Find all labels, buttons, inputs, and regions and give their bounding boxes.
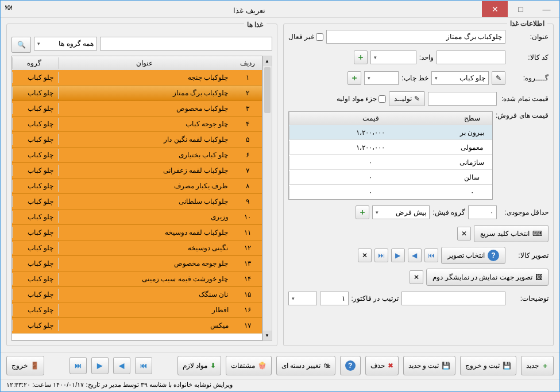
food-row[interactable]: ١٢نگینی دوسیخهچلو کباب xyxy=(12,240,262,256)
price-row[interactable]: سالن٠ xyxy=(289,169,492,184)
exit-button[interactable]: 🚪خروج xyxy=(6,356,44,375)
close-icon: ✕ xyxy=(414,273,419,281)
edit-group-button[interactable]: ✎ xyxy=(492,71,505,85)
nav-next-button[interactable]: ▶ xyxy=(91,357,109,374)
food-row[interactable]: ٩چلوکباب سلطانیچلو کباب xyxy=(12,194,262,209)
search-icon: 🔍 xyxy=(17,41,26,49)
item-code-input[interactable] xyxy=(437,51,505,64)
price-row[interactable]: ٠٠ xyxy=(289,184,492,199)
clear-quick-key-button[interactable]: ✕ xyxy=(457,227,471,240)
food-row[interactable]: ١٣چلو جوجه مخصوصچلو کباب xyxy=(12,256,262,271)
group-dropdown[interactable]: چلو کباب ▾ xyxy=(431,71,489,85)
nav-last-button[interactable]: ⏭ xyxy=(69,357,87,374)
food-header-name: عنوان xyxy=(58,57,233,69)
food-row[interactable]: ٨ظرف یکبار مصرفچلو کباب xyxy=(12,178,262,194)
item-image-label: تصویر کالا: xyxy=(508,251,549,259)
min-stock-input[interactable] xyxy=(468,205,497,219)
download-icon: ⬇ xyxy=(210,362,216,370)
food-row[interactable]: ٣چلوکباب مخصوصچلو کباب xyxy=(12,101,262,117)
food-row[interactable]: ۴چلو جوجه کبابچلو کباب xyxy=(12,117,262,132)
description-input[interactable] xyxy=(401,292,505,305)
food-row[interactable]: ١٠وزیریچلو کباب xyxy=(12,209,262,225)
save-new-button[interactable]: 💾ثبت و جدید xyxy=(403,356,456,375)
finished-price-label: قیمت تمام شده: xyxy=(500,95,549,103)
nav-first-button[interactable]: ⏮ xyxy=(424,249,438,262)
delete-button[interactable]: ✖حذف xyxy=(365,356,399,375)
plus-icon: ＋ xyxy=(542,361,549,371)
maximize-button[interactable]: □ xyxy=(508,1,534,17)
price-row[interactable]: سازمانی٠ xyxy=(289,154,492,169)
invoice-order-input[interactable] xyxy=(320,292,349,305)
group-value: چلو کباب xyxy=(459,74,485,82)
nav-prev-button[interactable]: ◀ xyxy=(113,357,130,374)
nav-next-button[interactable]: ▶ xyxy=(391,249,405,262)
add-unit-button[interactable]: ＋ xyxy=(354,51,368,64)
food-row[interactable]: ٧چلوکباب لقمه زعفرانیچلو کباب xyxy=(12,163,262,178)
next-icon: ▶ xyxy=(395,251,400,259)
close-button[interactable]: ✕ xyxy=(482,1,508,17)
fish-group-dropdown[interactable]: پیش فرض ▾ xyxy=(372,205,430,219)
produce-button[interactable]: ✎ تولیــد xyxy=(389,91,425,106)
save-exit-button[interactable]: 💾ثبت و خروج xyxy=(460,356,516,375)
nav-first-button[interactable]: ⏮ xyxy=(135,357,152,374)
food-row[interactable]: ۵چلوکباب لقمه نگین دارچلو کباب xyxy=(12,132,262,148)
batch-change-button[interactable]: 🛍تغییر دسته ای xyxy=(276,356,335,375)
food-row[interactable]: ١٧میکسچلو کباب xyxy=(12,318,262,333)
food-table: ردیف عنوان گروه ١چلوکباب چنجهچلو کباب٢چل… xyxy=(11,56,262,341)
item-code-label: کد کالا: xyxy=(508,53,549,61)
group-filter-dropdown[interactable]: همه گروه ها ▾ xyxy=(34,37,97,51)
select-image-button[interactable]: ? انتخاب تصویر xyxy=(441,247,505,264)
materials-button[interactable]: ⬇مواد لازم xyxy=(177,356,221,375)
bottom-toolbar: ＋جدید 💾ثبت و خروج 💾ثبت و جدید ✖حذف ? 🛍تغ… xyxy=(1,352,559,379)
help-button[interactable]: ? xyxy=(340,356,361,375)
new-button[interactable]: ＋جدید xyxy=(521,356,554,375)
scroll-down-button[interactable]: ▼ xyxy=(263,331,272,340)
question-icon: ? xyxy=(488,250,499,261)
inactive-checkbox[interactable] xyxy=(316,33,323,41)
derivatives-button[interactable]: 🍿مشتقات xyxy=(226,356,272,375)
popcorn-icon: 🍿 xyxy=(258,362,267,370)
price-row[interactable]: معمولی١،٢٠٠،٠٠٠ xyxy=(289,139,492,154)
content-area: اطلاعات غذا عنوان: غیر فعال کد کالا: واح… xyxy=(1,18,559,352)
food-row[interactable]: ١۴چلو خورشت قیمه سیب زمینیچلو کباب xyxy=(12,271,262,287)
raw-material-checkbox[interactable] xyxy=(379,95,386,103)
food-row[interactable]: ١۶افطارچلو کباب xyxy=(12,302,262,318)
scroll-up-button[interactable]: ▲ xyxy=(263,56,272,66)
search-button[interactable]: 🔍 xyxy=(11,37,31,53)
food-row[interactable]: ۶چلو کباب بختیاریچلو کباب xyxy=(12,148,262,163)
produce-label: تولیــد xyxy=(394,95,412,103)
add-fish-group-button[interactable]: ＋ xyxy=(356,205,369,219)
price-row[interactable]: بیرون بر١،٢٠٠،٠٠٠ xyxy=(289,125,492,139)
add-print-line-button[interactable]: ＋ xyxy=(347,71,361,85)
minimize-button[interactable]: — xyxy=(534,1,559,17)
last-icon: ⏭ xyxy=(378,251,385,259)
search-input[interactable] xyxy=(100,37,272,51)
nav-prev-button[interactable]: ◀ xyxy=(408,249,422,262)
raw-material-checkbox-wrap[interactable]: جزء مواد اولیه xyxy=(337,95,386,103)
unit-label: واحد: xyxy=(419,53,434,61)
food-row[interactable]: ١چلوکباب چنجهچلو کباب xyxy=(12,70,262,86)
inactive-checkbox-wrap[interactable]: غیر فعال xyxy=(288,33,323,41)
sale-prices-label: قیمت های فروش: xyxy=(496,111,549,119)
second-display-image-button[interactable]: 🖼 تصویر جهت نمایش در نمایشگر دوم xyxy=(426,269,549,286)
select-image-label: انتخاب تصویر xyxy=(447,251,485,259)
finished-price-input[interactable] xyxy=(428,92,497,106)
invoice-order-spinner[interactable]: ▾ xyxy=(288,292,317,305)
print-line-dropdown[interactable]: ▾ xyxy=(364,71,399,85)
quick-key-button[interactable]: ⌨ انتخاب کلید سریع xyxy=(474,225,549,242)
clear-image-button[interactable]: ✕ xyxy=(358,249,372,262)
clear-second-image-button[interactable]: ✕ xyxy=(410,270,423,284)
description-label: توضیحات: xyxy=(508,294,549,302)
nav-last-button[interactable]: ⏭ xyxy=(374,249,388,262)
group-filter-value: همه گروه ها xyxy=(59,40,94,48)
food-row[interactable]: ١۵نان سنگکچلو کباب xyxy=(12,287,262,302)
price-header-level: سطح xyxy=(452,112,492,125)
title-input[interactable] xyxy=(326,30,505,44)
food-table-scrollbar[interactable]: ▲ ▼ xyxy=(262,56,272,341)
food-row[interactable]: ٢چلوکباب برگ ممتازچلو کباب xyxy=(12,86,262,101)
unit-dropdown[interactable]: ▾ xyxy=(370,51,416,64)
scroll-thumb[interactable] xyxy=(264,67,271,113)
food-row[interactable]: ١١چلوکباب لقمه دوسیخهچلو کباب xyxy=(12,225,262,240)
window-title: تعریف غذا xyxy=(17,3,482,15)
close-icon: ✕ xyxy=(461,230,467,238)
